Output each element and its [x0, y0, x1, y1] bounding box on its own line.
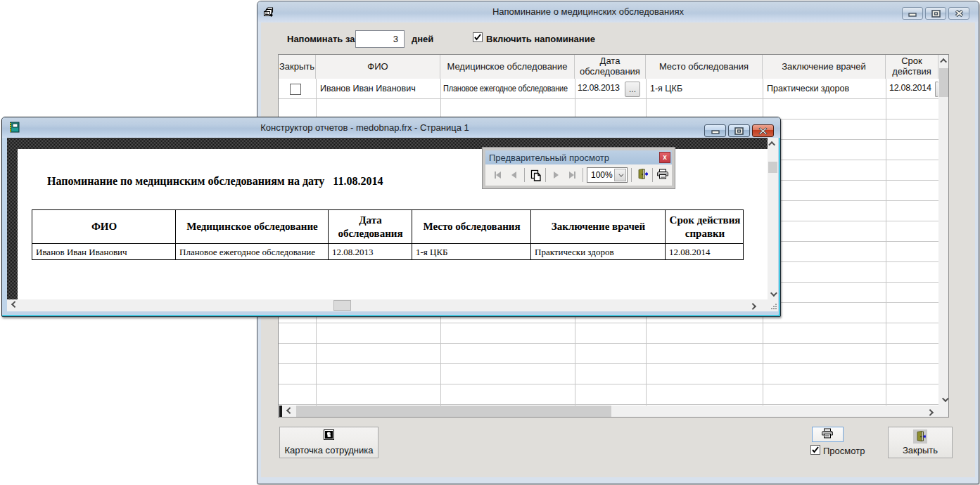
grid-header-0[interactable]: Закрыть [279, 55, 316, 79]
last-page-button[interactable] [564, 167, 580, 183]
report-maximize-button[interactable] [728, 124, 750, 137]
printer-icon [822, 428, 834, 441]
report-minimize-button[interactable] [704, 124, 726, 137]
grid-hscroll-right-button[interactable] [924, 406, 937, 417]
grid-header-4[interactable]: Место обследования [646, 55, 763, 79]
grid-vscrollbar[interactable] [938, 55, 949, 406]
row1-examination[interactable]: Плановое ежегодное обследование [443, 79, 573, 99]
close-dialog-label: Закрыть [903, 445, 938, 455]
report-cell-exam_date: 12.08.2013 [332, 243, 412, 261]
chevron-down-icon [941, 395, 948, 402]
chevron-left-icon [286, 407, 293, 414]
close-icon [955, 10, 964, 17]
maximize-icon [734, 127, 744, 135]
next-page-icon [554, 172, 559, 179]
chevron-right-icon [927, 408, 934, 415]
zoom-combobox[interactable]: 100% [587, 167, 628, 183]
report-header-2: Дата обследования [329, 210, 412, 243]
report-hscrollbar[interactable] [7, 299, 768, 311]
remind-for-label: Напоминать за [287, 34, 355, 44]
chevron-down-icon [770, 290, 777, 297]
next-page-button[interactable] [548, 167, 564, 183]
report-hscroll-left-button[interactable] [7, 299, 20, 311]
prev-page-button[interactable] [506, 167, 522, 183]
copy-pages-button[interactable] [527, 167, 543, 183]
maximize-button[interactable] [925, 7, 946, 20]
grid-header-3[interactable]: Дата обследования [575, 55, 646, 79]
checkmark-icon [811, 446, 820, 454]
row1-exam-date-ellipsis-button[interactable]: ... [625, 82, 640, 97]
preview-toolbar-close-button[interactable]: x [659, 152, 670, 163]
close-icon [758, 127, 768, 135]
grid-header-5[interactable]: Заключение врачей [763, 55, 886, 79]
printer-icon [657, 169, 669, 181]
report-hscroll-right-button[interactable] [747, 299, 760, 311]
notebook-icon [9, 122, 20, 133]
report-vscroll-thumb[interactable] [768, 162, 777, 173]
toolbar-separator [583, 168, 583, 182]
report-vscroll-down-button[interactable] [768, 288, 778, 299]
report-close-button[interactable] [752, 124, 774, 137]
preview-toolbar-titlebar[interactable]: Предварительный просмотр x [485, 150, 672, 164]
zoom-dropdown-button[interactable] [614, 169, 626, 181]
employee-card-button[interactable]: Карточка сотрудника [279, 427, 378, 458]
row1-valid-until[interactable]: 12.08.2014 [889, 79, 935, 99]
person-card-icon [324, 429, 334, 442]
grid-header-2[interactable]: Медицинское обследование [440, 55, 575, 79]
print-button[interactable] [812, 427, 844, 442]
reminder-titlebar[interactable]: Напоминание о медицинских обследованиях [257, 1, 979, 22]
enable-reminder-checkbox[interactable] [473, 32, 483, 42]
report-cell-place: 1-я ЦКБ [416, 243, 530, 261]
days-input[interactable]: 3 [355, 30, 405, 48]
report-header-3: Место обследования [412, 210, 531, 243]
row1-exam-date[interactable]: 12.08.2013 [578, 79, 624, 99]
grid-header-1[interactable]: ФИО [316, 55, 440, 79]
chevron-up-icon [768, 141, 775, 148]
minimize-icon [711, 128, 720, 134]
report-header-4: Заключение врачей [531, 210, 666, 243]
report-header-0: ФИО [32, 210, 176, 243]
exit-door-icon [913, 429, 927, 444]
caption-buttons [704, 124, 774, 137]
grid-empty-row[interactable] [279, 364, 938, 384]
chevron-up-icon [940, 58, 947, 65]
minimize-button[interactable] [902, 7, 923, 20]
grid-hscrollbar[interactable] [279, 406, 949, 417]
grid-hscroll-left-button[interactable] [282, 406, 295, 417]
grid-header-6[interactable]: Срок действия [886, 55, 938, 79]
grid-empty-row[interactable] [279, 344, 938, 364]
toolbar-separator [631, 168, 632, 182]
report-titlebar[interactable]: Конструктор отчетов - medobnap.frx - Стр… [2, 117, 780, 138]
grid-hscroll-thumb[interactable] [296, 406, 611, 417]
enable-reminder-label: Включить напоминание [486, 34, 595, 44]
report-heading: Напоминание по медицинским обследованиям… [47, 175, 383, 188]
row1-fio[interactable]: Иванов Иван Иванович [320, 79, 436, 99]
row1-place[interactable]: 1-я ЦКБ [650, 79, 758, 99]
report-vscroll-up-button[interactable] [768, 138, 778, 149]
grid-vscroll-down-button[interactable] [938, 394, 949, 406]
report-hscroll-thumb[interactable] [333, 300, 351, 311]
preview-toolbar-buttons: 100% [485, 164, 672, 186]
first-page-icon [496, 172, 501, 179]
report-window-title: Конструктор отчетов - medobnap.frx - Стр… [23, 122, 706, 133]
report-table: ФИОИванов Иван ИвановичМедицинское обсле… [32, 209, 744, 260]
close-preview-button[interactable] [634, 167, 650, 183]
reminder-window-title: Напоминание о медицинских обследованиях [279, 6, 898, 17]
row1-conclusion[interactable]: Практически здоров [767, 79, 882, 99]
grid-empty-row[interactable] [279, 323, 938, 344]
grid-empty-row[interactable] [279, 384, 938, 405]
row1-close-checkbox[interactable] [290, 84, 301, 95]
toolbar-separator [524, 168, 525, 182]
caption-buttons [902, 7, 969, 20]
preview-checkbox[interactable] [810, 445, 820, 455]
grid-vscroll-up-button[interactable] [938, 55, 949, 67]
close-dialog-button[interactable]: Закрыть [888, 427, 953, 458]
report-vscrollbar[interactable] [768, 138, 778, 299]
grid-header-row: ЗакрытьФИОМедицинское обследованиеДата о… [279, 55, 937, 79]
report-resize-grip[interactable] [768, 299, 778, 311]
toolbar-print-button[interactable] [655, 167, 671, 183]
first-page-button[interactable] [490, 167, 506, 183]
report-header-5: Срок действия справки [666, 210, 744, 243]
close-button[interactable] [948, 7, 969, 20]
grid-vscroll-thumb[interactable] [939, 68, 949, 97]
